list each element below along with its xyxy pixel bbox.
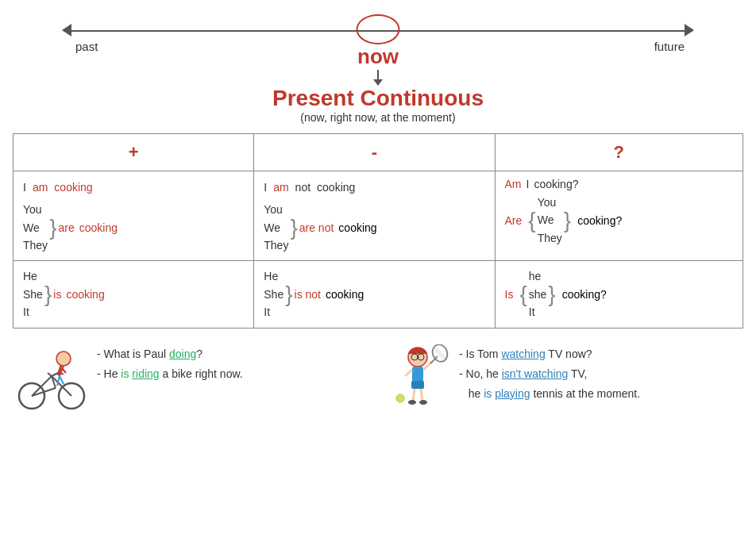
timeline-past-label: past: [75, 40, 98, 53]
negative-cell-1: I am not cooking You We They } are not c…: [254, 171, 495, 261]
svg-point-32: [396, 394, 404, 402]
now-down-arrow: [373, 70, 383, 86]
bottom-right-suffix3: tennis at the moment.: [530, 387, 641, 400]
subject-you: You: [23, 201, 48, 218]
bracket-right-neg-2: }: [285, 283, 292, 305]
arrow-left-icon: [62, 24, 71, 36]
subject-they: They: [23, 236, 48, 254]
negative-i-line: I am not cooking: [264, 178, 484, 198]
bottom-right-suffix1: TV now?: [546, 348, 592, 360]
positive-cell-2: He She It } is cooking: [14, 261, 254, 328]
bottom-right-suffix2: TV,: [568, 367, 587, 380]
neg-subject-they: They: [264, 236, 288, 254]
aux-am-neg: am: [273, 178, 288, 198]
q-subject-i: I: [526, 178, 530, 190]
q-verb-1: cooking?: [534, 178, 578, 190]
negative-group-2: He She It } is not cooking: [264, 267, 484, 321]
question-cell-2: Is { he she It } cooking?: [495, 261, 742, 328]
timeline: past future now: [0, 0, 756, 79]
header-question: ?: [495, 134, 742, 171]
verb-cooking-pos-1: cooking: [54, 178, 92, 198]
bottom-left-prefix2: - He: [97, 367, 121, 380]
subjects-you-we-they-neg: You We They: [264, 201, 288, 254]
svg-line-19: [421, 389, 422, 401]
question-cell-1: Am I cooking? Are { You We They } cookin…: [495, 171, 742, 261]
title-sub: (now, right now, at the moment): [0, 111, 756, 124]
neg-not-1: not: [295, 178, 310, 198]
bracket-left-q-2: {: [519, 283, 526, 305]
now-label: now: [357, 44, 399, 69]
bottom-right-line1: - Is Tom watching TV now?: [459, 344, 640, 364]
bottom-right-playing: playing: [495, 387, 530, 400]
aux-are-pos: are: [58, 221, 74, 234]
now-oval: [357, 14, 400, 44]
question-is-group: Is { he she It } cooking?: [505, 267, 733, 321]
aux-is-pos: is: [53, 288, 61, 301]
aux-is-q: Is: [505, 288, 514, 301]
neg-subject-you: You: [264, 201, 288, 218]
bracket-left-q-1: {: [528, 209, 535, 232]
subjects-you-we-they-pos: You We They: [23, 201, 48, 254]
bottom-right-isnt: isn't watching: [502, 367, 569, 380]
subject-she: She: [23, 286, 43, 303]
negative-group-1: You We They } are not cooking: [264, 201, 484, 254]
bottom-left-line2: - He is riding a bike right now.: [97, 364, 243, 384]
aux-am-q: Am: [505, 178, 522, 190]
title-section: Present Continuous (now, right now, at t…: [0, 86, 756, 124]
neg-subject-she: She: [264, 286, 284, 303]
bottom-left-suffix2: a bike right now.: [160, 367, 243, 380]
bottom-right-text: - Is Tom watching TV now? - No, he isn't…: [459, 344, 640, 405]
positive-group-1: You We They } are cooking: [23, 201, 244, 254]
neg-subject-we: We: [264, 219, 288, 236]
bottom-left: - What is Paul doing? - He is riding a b…: [16, 344, 370, 414]
svg-line-13: [60, 376, 64, 384]
title-main: Present Continuous: [0, 86, 756, 111]
svg-line-8: [48, 373, 52, 376]
verb-cooking-neg-2: cooking: [338, 221, 376, 234]
q-verb-3: cooking?: [562, 288, 607, 301]
svg-rect-17: [411, 381, 424, 389]
svg-point-21: [419, 400, 427, 405]
verb-cooking-pos-2: cooking: [79, 221, 118, 234]
bracket-right-1: }: [49, 217, 56, 239]
bottom-left-suffix1: ?: [196, 348, 202, 360]
q-subject-she: she: [529, 286, 547, 303]
header-plus: +: [14, 134, 254, 171]
verb-cooking-pos-3: cooking: [66, 288, 104, 301]
bottom-right-line2: - No, he isn't watching TV,: [459, 364, 640, 384]
aux-am-pos: am: [33, 178, 48, 198]
subject-i: I: [23, 178, 26, 198]
cyclist-figure: [16, 344, 87, 414]
bottom-right-indent: he: [459, 387, 484, 400]
bottom-left-is: is: [121, 367, 129, 380]
bottom-right-is: is: [484, 387, 492, 400]
grammar-table: + - ? I am cooking You We They: [13, 133, 743, 328]
q-subject-it: It: [529, 303, 547, 321]
aux-are-neg: are not: [299, 221, 334, 234]
bottom-right-line3: he is playing tennis at the moment.: [459, 384, 640, 404]
table-row-1: I am cooking You We They } are cooking: [14, 171, 743, 261]
bottom-left-text: - What is Paul doing? - He is riding a b…: [97, 344, 243, 384]
timeline-future-label: future: [654, 40, 685, 53]
neg-subject-it: It: [264, 303, 284, 321]
question-are-group: Are { You We They } cooking?: [505, 194, 733, 247]
bottom-right-watching1: watching: [501, 348, 545, 360]
subject-we: We: [23, 219, 48, 236]
q-subject-they: They: [538, 229, 562, 247]
q-subject-we: We: [538, 211, 562, 229]
svg-point-9: [56, 352, 71, 366]
header-minus: -: [254, 134, 495, 171]
svg-line-28: [405, 370, 412, 376]
positive-group-2: He She It } is cooking: [23, 267, 244, 321]
bottom-right-prefix1: - Is Tom: [459, 348, 501, 360]
bottom-left-riding: riding: [132, 367, 159, 380]
verb-cooking-neg-3: cooking: [326, 288, 364, 301]
tennis-figure: [386, 344, 449, 418]
bottom-section: - What is Paul doing? - He is riding a b…: [0, 336, 756, 426]
aux-are-q: Are: [505, 214, 523, 227]
table-row-2: He She It } is cooking He She It: [14, 261, 743, 328]
verb-cooking-neg-1: cooking: [317, 178, 355, 198]
neg-subject-i: I: [264, 178, 267, 198]
subjects-he-she-it-neg: He She It: [264, 267, 284, 321]
q-subject-you: You: [538, 194, 562, 211]
